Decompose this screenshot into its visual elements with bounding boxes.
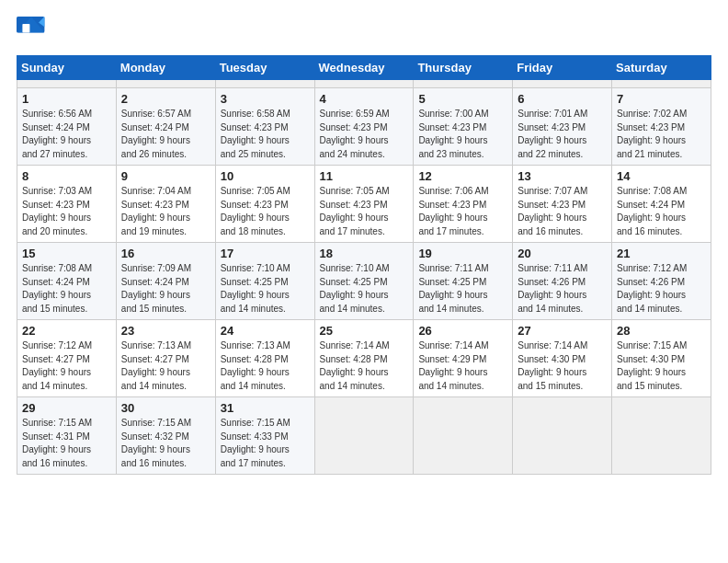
day-number: 11 [320,169,409,183]
day-number: 21 [617,247,706,260]
day-cell [314,397,414,475]
week-row-3: 15Sunrise: 7:08 AM Sunset: 4:24 PM Dayli… [17,243,711,320]
day-number: 1 [22,92,111,106]
day-cell: 26Sunrise: 7:14 AM Sunset: 4:29 PM Dayli… [414,320,513,397]
day-cell: 14Sunrise: 7:08 AM Sunset: 4:24 PM Dayli… [612,166,711,243]
day-number: 13 [518,169,607,183]
day-number: 26 [418,324,507,338]
week-row-5: 29Sunrise: 7:15 AM Sunset: 4:31 PM Dayli… [17,397,711,475]
day-cell [612,397,711,475]
day-info: Sunrise: 7:02 AM Sunset: 4:23 PM Dayligh… [617,108,706,161]
logo [17,17,50,42]
day-cell: 28Sunrise: 7:15 AM Sunset: 4:30 PM Dayli… [612,320,711,397]
day-info: Sunrise: 7:12 AM Sunset: 4:26 PM Dayligh… [617,262,706,316]
week-row-0 [17,80,711,88]
day-number: 25 [320,324,409,338]
day-number: 3 [221,92,310,106]
day-number: 17 [221,247,310,260]
weekday-monday: Monday [116,56,215,80]
day-info: Sunrise: 6:58 AM Sunset: 4:23 PM Dayligh… [221,108,310,161]
day-number: 2 [121,92,210,106]
weekday-tuesday: Tuesday [215,56,314,80]
day-number: 30 [121,401,210,415]
week-row-1: 1Sunrise: 6:56 AM Sunset: 4:24 PM Daylig… [17,88,711,166]
day-cell: 31Sunrise: 7:15 AM Sunset: 4:33 PM Dayli… [215,397,314,475]
day-number: 19 [418,247,507,260]
day-cell: 9Sunrise: 7:04 AM Sunset: 4:23 PM Daylig… [116,166,215,243]
day-cell: 4Sunrise: 6:59 AM Sunset: 4:23 PM Daylig… [314,88,414,166]
day-number: 15 [22,247,111,260]
day-info: Sunrise: 7:08 AM Sunset: 4:24 PM Dayligh… [22,262,111,316]
day-cell: 30Sunrise: 7:15 AM Sunset: 4:32 PM Dayli… [116,397,215,475]
calendar-table: SundayMondayTuesdayWednesdayThursdayFrid… [17,55,711,475]
day-cell: 2Sunrise: 6:57 AM Sunset: 4:24 PM Daylig… [116,88,215,166]
day-number: 4 [320,92,409,106]
day-cell [215,80,314,88]
header [17,17,711,42]
day-cell: 13Sunrise: 7:07 AM Sunset: 4:23 PM Dayli… [513,166,612,243]
day-number: 10 [221,169,310,183]
day-number: 31 [221,401,310,415]
day-cell [314,80,414,88]
day-info: Sunrise: 7:05 AM Sunset: 4:23 PM Dayligh… [221,185,310,238]
day-cell: 20Sunrise: 7:11 AM Sunset: 4:26 PM Dayli… [513,243,612,320]
day-number: 16 [121,247,210,260]
day-info: Sunrise: 7:10 AM Sunset: 4:25 PM Dayligh… [221,262,310,316]
day-cell: 7Sunrise: 7:02 AM Sunset: 4:23 PM Daylig… [612,88,711,166]
day-info: Sunrise: 7:13 AM Sunset: 4:28 PM Dayligh… [221,339,310,393]
logo-icon [17,17,46,42]
day-cell [612,80,711,88]
day-number: 9 [121,169,210,183]
page: SundayMondayTuesdayWednesdayThursdayFrid… [0,0,728,563]
day-info: Sunrise: 7:08 AM Sunset: 4:24 PM Dayligh… [617,185,706,238]
day-info: Sunrise: 7:15 AM Sunset: 4:31 PM Dayligh… [22,417,111,470]
day-cell: 18Sunrise: 7:10 AM Sunset: 4:25 PM Dayli… [314,243,414,320]
day-cell [414,397,513,475]
day-info: Sunrise: 7:07 AM Sunset: 4:23 PM Dayligh… [518,185,607,238]
day-cell: 12Sunrise: 7:06 AM Sunset: 4:23 PM Dayli… [414,166,513,243]
day-cell [513,397,612,475]
day-cell: 6Sunrise: 7:01 AM Sunset: 4:23 PM Daylig… [513,88,612,166]
weekday-sunday: Sunday [17,56,117,80]
weekday-header-row: SundayMondayTuesdayWednesdayThursdayFrid… [17,56,711,80]
day-cell [513,80,612,88]
day-info: Sunrise: 7:15 AM Sunset: 4:32 PM Dayligh… [121,417,210,470]
day-info: Sunrise: 7:15 AM Sunset: 4:33 PM Dayligh… [221,417,310,470]
day-cell: 15Sunrise: 7:08 AM Sunset: 4:24 PM Dayli… [17,243,117,320]
day-number: 24 [221,324,310,338]
day-info: Sunrise: 7:13 AM Sunset: 4:27 PM Dayligh… [121,339,210,393]
day-cell: 27Sunrise: 7:14 AM Sunset: 4:30 PM Dayli… [513,320,612,397]
day-cell: 23Sunrise: 7:13 AM Sunset: 4:27 PM Dayli… [116,320,215,397]
day-cell: 8Sunrise: 7:03 AM Sunset: 4:23 PM Daylig… [17,166,117,243]
day-number: 6 [518,92,607,106]
day-info: Sunrise: 7:05 AM Sunset: 4:23 PM Dayligh… [320,185,409,238]
day-info: Sunrise: 7:06 AM Sunset: 4:23 PM Dayligh… [418,185,507,238]
day-info: Sunrise: 7:15 AM Sunset: 4:30 PM Dayligh… [617,339,706,393]
weekday-friday: Friday [513,56,612,80]
day-cell: 29Sunrise: 7:15 AM Sunset: 4:31 PM Dayli… [17,397,117,475]
day-number: 18 [320,247,409,260]
weekday-thursday: Thursday [414,56,513,80]
day-number: 22 [22,324,111,338]
day-number: 5 [418,92,507,106]
day-cell: 3Sunrise: 6:58 AM Sunset: 4:23 PM Daylig… [215,88,314,166]
day-number: 23 [121,324,210,338]
day-number: 20 [518,247,607,260]
weekday-saturday: Saturday [612,56,711,80]
svg-rect-2 [22,24,29,33]
day-info: Sunrise: 7:14 AM Sunset: 4:30 PM Dayligh… [518,339,607,393]
day-number: 8 [22,169,111,183]
day-cell: 21Sunrise: 7:12 AM Sunset: 4:26 PM Dayli… [612,243,711,320]
day-info: Sunrise: 7:09 AM Sunset: 4:24 PM Dayligh… [121,262,210,316]
day-cell: 10Sunrise: 7:05 AM Sunset: 4:23 PM Dayli… [215,166,314,243]
day-info: Sunrise: 7:04 AM Sunset: 4:23 PM Dayligh… [121,185,210,238]
day-info: Sunrise: 7:14 AM Sunset: 4:28 PM Dayligh… [320,339,409,393]
day-cell: 1Sunrise: 6:56 AM Sunset: 4:24 PM Daylig… [17,88,117,166]
day-cell: 25Sunrise: 7:14 AM Sunset: 4:28 PM Dayli… [314,320,414,397]
day-cell [17,80,117,88]
day-cell [116,80,215,88]
day-cell [414,80,513,88]
day-cell: 11Sunrise: 7:05 AM Sunset: 4:23 PM Dayli… [314,166,414,243]
day-info: Sunrise: 7:14 AM Sunset: 4:29 PM Dayligh… [418,339,507,393]
day-info: Sunrise: 7:10 AM Sunset: 4:25 PM Dayligh… [320,262,409,316]
